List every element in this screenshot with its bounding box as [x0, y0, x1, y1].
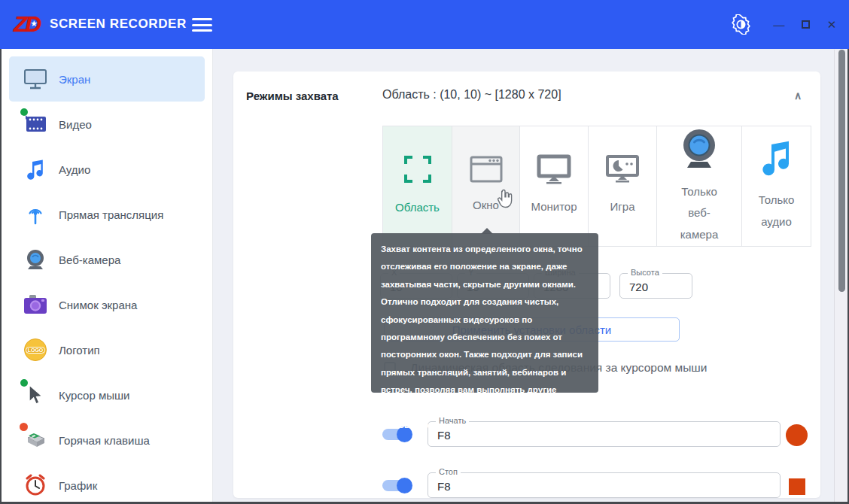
- stop-hotkey-label: Стоп: [436, 467, 461, 476]
- sidebar-item-label: Логотип: [59, 344, 100, 357]
- height-input[interactable]: [620, 274, 692, 298]
- audio-icon: [23, 156, 48, 182]
- app-title: SCREEN RECORDER: [50, 17, 187, 32]
- sidebar-item-video[interactable]: Видео: [9, 102, 205, 147]
- sidebar-item-screen[interactable]: Экран: [9, 56, 205, 102]
- theme-icon[interactable]: [728, 12, 753, 38]
- mode-tile-label: Монитор: [531, 196, 577, 218]
- sidebar-item-label: Видео: [59, 118, 92, 131]
- schedule-icon: [23, 472, 48, 498]
- sidebar-item-label: График: [59, 479, 97, 492]
- area-brackets-icon: [402, 153, 434, 188]
- minimize-button[interactable]: —: [768, 14, 790, 36]
- close-button[interactable]: ✕: [820, 14, 843, 36]
- mode-tile-monitor[interactable]: Монитор: [520, 126, 589, 246]
- green-dot-badge: [20, 379, 28, 387]
- green-dot-badge: [20, 108, 28, 116]
- video-icon: [23, 111, 48, 137]
- capture-summary: Область : (10, 10) ~ [1280 x 720]: [382, 88, 561, 102]
- sidebar-item-hotkey[interactable]: Горячая клавиша: [9, 417, 205, 463]
- chevron-up-icon[interactable]: ∧: [794, 90, 802, 102]
- app-logo: ZD ★: [14, 9, 39, 39]
- window-border: [0, 49, 2, 504]
- sidebar-item-live-stream[interactable]: Прямая трансляция: [9, 192, 205, 237]
- mode-tile-label: Окно: [473, 195, 499, 217]
- stop-hotkey-field[interactable]: Стоп: [428, 472, 781, 498]
- sidebar-item-logo[interactable]: LOGO Логотип: [9, 327, 205, 372]
- mode-tile-area[interactable]: Область: [383, 126, 452, 246]
- monitor-icon: [537, 154, 571, 187]
- scrollbar-track[interactable]: [834, 50, 847, 502]
- sidebar-item-schedule[interactable]: График: [9, 463, 205, 502]
- mode-tile-label: Область: [395, 197, 440, 219]
- live-stream-icon: [23, 202, 48, 227]
- logo-icon: LOGO: [23, 337, 48, 363]
- titlebar: ZD ★ SCREEN RECORDER — ✕: [0, 0, 849, 49]
- mode-tile-label: Игра: [610, 196, 635, 218]
- mouse-cursor-icon: [23, 382, 48, 408]
- music-note-icon: [760, 140, 793, 181]
- sidebar-item-label: Прямая трансляция: [59, 208, 163, 221]
- sidebar-item-webcam[interactable]: Веб-камера: [9, 237, 205, 282]
- capture-mode-tiles: Область Окно Монитор Игра Только веб-кам…: [382, 126, 811, 247]
- screenshot-icon: [23, 292, 48, 317]
- record-button[interactable]: [786, 424, 808, 446]
- sidebar-item-label: Курсор мыши: [59, 389, 129, 402]
- theme-icon-svg: [731, 14, 751, 35]
- sidebar-item-screenshot[interactable]: Снимок экрана: [9, 282, 205, 327]
- toggle-knob: [397, 478, 412, 493]
- window-controls: — ✕: [728, 0, 843, 49]
- stop-hotkey-toggle[interactable]: [382, 480, 411, 491]
- hotkey-icon: [23, 427, 48, 453]
- start-hotkey-input[interactable]: [428, 422, 780, 446]
- game-icon: [605, 154, 640, 187]
- red-dot-badge: [20, 423, 28, 431]
- window-icon: [470, 156, 503, 186]
- sidebar-item-label: Снимок экрана: [59, 299, 137, 311]
- panel-title: Режимы захвата: [246, 90, 339, 102]
- stop-button[interactable]: [789, 478, 805, 495]
- height-field-label: Высота: [628, 268, 662, 277]
- logo-coin-text: LOGO: [26, 347, 46, 354]
- mode-tile-audio-only[interactable]: Только аудио: [742, 126, 811, 246]
- menu-icon[interactable]: [192, 18, 212, 32]
- mode-tile-label: Только веб-камера: [676, 181, 723, 246]
- mode-tile-label: Только аудио: [753, 190, 800, 232]
- sidebar: Экран Видео Аудио Прямая трансляция Веб-…: [2, 49, 213, 502]
- window-mode-tooltip: Захват контента из определенного окна, т…: [371, 233, 598, 393]
- webcam-icon: [680, 127, 719, 172]
- mode-tile-game[interactable]: Игра: [589, 126, 657, 246]
- sidebar-item-label: Горячая клавиша: [59, 434, 150, 447]
- logo-star-icon: ★: [30, 19, 38, 29]
- scrollbar-thumb[interactable]: [838, 50, 845, 292]
- maximize-icon: [802, 20, 810, 29]
- stop-hotkey-input[interactable]: [428, 473, 780, 497]
- sidebar-item-mouse-cursor[interactable]: Курсор мыши: [9, 372, 205, 417]
- sidebar-item-label: Экран: [59, 73, 90, 86]
- screen-icon: [23, 66, 48, 92]
- sidebar-item-label: Веб-камера: [59, 254, 120, 266]
- start-hotkey-field[interactable]: Начать: [428, 421, 781, 447]
- mode-tile-webcam-only[interactable]: Только веб-камера: [657, 126, 742, 246]
- sidebar-item-label: Аудио: [59, 163, 90, 176]
- maximize-button[interactable]: [794, 14, 817, 36]
- height-field[interactable]: Высота: [619, 273, 692, 299]
- sidebar-item-audio[interactable]: Аудио: [9, 147, 205, 192]
- webcam-icon: [23, 247, 48, 272]
